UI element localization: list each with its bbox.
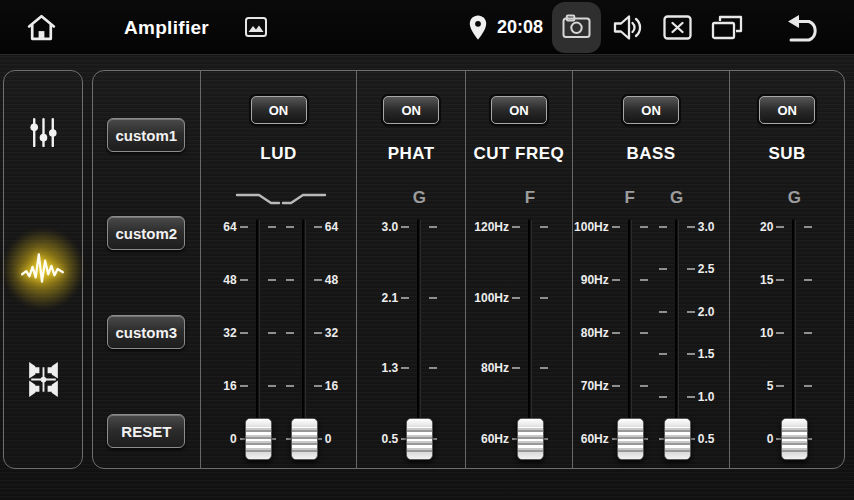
volume-button[interactable] bbox=[612, 13, 643, 42]
highpass-curve-icon bbox=[281, 191, 327, 211]
channel-bass: ONBASSF100Hz90Hz80Hz70Hz60HzG3.02.52.01.… bbox=[573, 71, 731, 468]
sub-slider-1-knob[interactable] bbox=[781, 418, 808, 460]
tick-dash bbox=[640, 385, 648, 387]
lowpass-curve-icon bbox=[235, 191, 281, 211]
tick-dash bbox=[659, 311, 667, 313]
tick-dash bbox=[659, 353, 667, 355]
tick-dash bbox=[512, 297, 520, 299]
gallery-icon bbox=[245, 17, 267, 37]
cut-freq-slider-1-track[interactable] bbox=[528, 219, 532, 451]
tick-dash bbox=[659, 268, 667, 270]
tick-dash bbox=[314, 226, 322, 228]
tick-dash bbox=[612, 279, 620, 281]
tick-dash bbox=[540, 297, 548, 299]
bass-slider-2-knob[interactable] bbox=[664, 418, 691, 460]
tick-dash bbox=[540, 367, 548, 369]
tick-dash bbox=[687, 353, 695, 355]
tick-label: 2.5 bbox=[698, 261, 715, 277]
lud-on-button[interactable]: ON bbox=[251, 96, 307, 124]
phat-on-button[interactable]: ON bbox=[383, 96, 439, 124]
preset-reset-button[interactable]: RESET bbox=[107, 414, 185, 448]
close-app-button[interactable] bbox=[663, 15, 692, 40]
tick-dash bbox=[659, 396, 667, 398]
cut-freq-slider-1-knob[interactable] bbox=[517, 418, 544, 460]
bass-slider-1-knob[interactable] bbox=[617, 418, 644, 460]
tick-label: 16 bbox=[223, 378, 236, 394]
tick-dash bbox=[268, 385, 276, 387]
lud-slider-1-knob[interactable] bbox=[245, 418, 272, 460]
channel-phat: ONPHATG3.02.11.30.5 bbox=[357, 71, 466, 468]
speaker-balance-icon bbox=[23, 359, 64, 403]
amplifier-panel: custom1 custom2 custom3 RESET ONLUD64483… bbox=[92, 70, 845, 469]
sidebar-item-speaker-balance[interactable] bbox=[15, 353, 71, 409]
tick-label: 5 bbox=[767, 378, 774, 394]
phat-slider-1-track[interactable] bbox=[417, 219, 421, 451]
tick-label: 2.0 bbox=[698, 304, 715, 320]
amplifier-screen: Amplifier 20:08 bbox=[0, 0, 854, 500]
sidebar-item-equalizer[interactable] bbox=[15, 106, 71, 162]
tick-dash bbox=[240, 279, 248, 281]
gallery-button[interactable] bbox=[245, 17, 267, 37]
tick-dash bbox=[314, 385, 322, 387]
tick-dash bbox=[804, 385, 812, 387]
tick-label: 1.5 bbox=[698, 346, 715, 362]
cut-freq-slider-1-type-label: F bbox=[525, 188, 535, 208]
tick-dash bbox=[286, 226, 294, 228]
tick-label: 32 bbox=[325, 325, 338, 341]
tick-dash bbox=[804, 226, 812, 228]
tick-dash bbox=[687, 226, 695, 228]
sub-slider-1-type-label: G bbox=[788, 188, 801, 208]
tick-dash bbox=[640, 226, 648, 228]
tick-label: 1.0 bbox=[698, 389, 715, 405]
tick-dash bbox=[612, 332, 620, 334]
tick-dash bbox=[314, 279, 322, 281]
sidebar-item-sound-effects[interactable] bbox=[15, 241, 71, 297]
tick-dash bbox=[776, 332, 784, 334]
sub-on-button[interactable]: ON bbox=[759, 96, 815, 124]
tick-label: 0 bbox=[767, 431, 774, 447]
phat-slider-1-knob[interactable] bbox=[406, 418, 433, 460]
tick-label: 64 bbox=[223, 219, 236, 235]
camera-button[interactable] bbox=[552, 2, 601, 53]
lud-slider-2-track[interactable] bbox=[302, 219, 306, 451]
tick-dash bbox=[240, 332, 248, 334]
tick-dash bbox=[612, 385, 620, 387]
tick-label: 80Hz bbox=[481, 360, 509, 376]
lud-slider-1-track[interactable] bbox=[256, 219, 260, 451]
cut-freq-on-button[interactable]: ON bbox=[491, 96, 547, 124]
tick-label: 60Hz bbox=[481, 431, 509, 447]
tick-label: 20 bbox=[760, 219, 773, 235]
preset-custom3-button[interactable]: custom3 bbox=[107, 315, 185, 349]
bass-on-button[interactable]: ON bbox=[623, 96, 679, 124]
location-button[interactable] bbox=[468, 14, 488, 41]
lud-slider-2-knob[interactable] bbox=[291, 418, 318, 460]
tick-dash bbox=[401, 297, 409, 299]
tick-label: 0.5 bbox=[382, 431, 399, 447]
tick-label: 64 bbox=[325, 219, 338, 235]
home-button[interactable] bbox=[25, 11, 58, 44]
tick-dash bbox=[401, 226, 409, 228]
bass-slider-2-type-label: G bbox=[670, 188, 683, 208]
tick-label: 15 bbox=[760, 272, 773, 288]
tick-dash bbox=[804, 279, 812, 281]
tick-label: 10 bbox=[760, 325, 773, 341]
tick-label: 1.3 bbox=[382, 360, 399, 376]
tick-label: 100Hz bbox=[574, 219, 609, 235]
channel-title: LUD bbox=[201, 144, 357, 164]
tick-label: 48 bbox=[223, 272, 236, 288]
tick-dash bbox=[776, 385, 784, 387]
tick-label: 0.5 bbox=[698, 431, 715, 447]
tick-label: 100Hz bbox=[474, 290, 509, 306]
tick-label: 3.0 bbox=[382, 219, 399, 235]
bass-slider-2-track[interactable] bbox=[675, 219, 679, 451]
tick-dash bbox=[286, 385, 294, 387]
sub-slider-1-track[interactable] bbox=[792, 219, 796, 451]
preset-custom1-button[interactable]: custom1 bbox=[107, 118, 185, 152]
recent-apps-button[interactable] bbox=[710, 14, 744, 41]
back-button[interactable] bbox=[784, 13, 822, 43]
tick-dash bbox=[268, 332, 276, 334]
tick-dash bbox=[512, 367, 520, 369]
bass-slider-1-track[interactable] bbox=[628, 219, 632, 451]
tick-dash bbox=[687, 396, 695, 398]
preset-custom2-button[interactable]: custom2 bbox=[107, 216, 185, 250]
